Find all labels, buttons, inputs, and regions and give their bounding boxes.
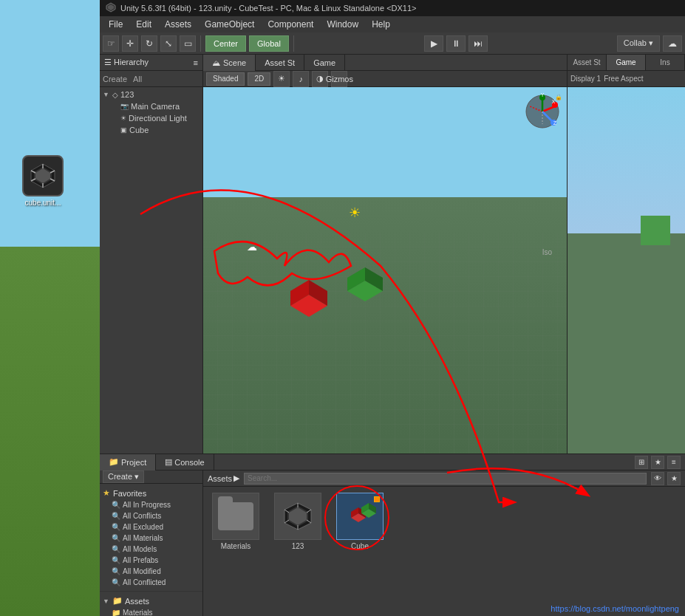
center-panel: ⛰ Scene Asset St Game Shaded 2D ☀ ♪ ◑	[203, 55, 567, 454]
menu-edit[interactable]: Edit	[130, 18, 157, 31]
assets-view-icons: 👁 ★	[651, 472, 681, 485]
play-button[interactable]: ▶	[424, 35, 443, 52]
scene-name: 123	[120, 90, 134, 99]
project-star-icon[interactable]: ★	[651, 456, 664, 469]
scene-3d-view: Iso ☀ ☁	[203, 87, 567, 454]
project-tab[interactable]: 📁 Project	[100, 454, 156, 470]
game-sky	[568, 87, 685, 233]
asset-materials[interactable]: Materials	[209, 493, 262, 550]
hierarchy-content: ▼ ◇ 123 📷 Main Camera ☀ Directional Ligh…	[100, 87, 202, 454]
asset-store-panel-tab[interactable]: Asset St	[568, 55, 607, 70]
fav-all-conflicts[interactable]: 🔍 All Conflicts	[100, 510, 202, 521]
menu-file[interactable]: File	[103, 18, 129, 31]
menu-help[interactable]: Help	[366, 18, 396, 31]
fav-all-prefabs[interactable]: 🔍 All Prefabs	[100, 555, 202, 566]
unity-scene-icon: ◇	[112, 91, 118, 99]
sun-icon: ☀	[349, 205, 364, 219]
assets-label: Assets	[125, 597, 149, 606]
move-tool-button[interactable]: ✛	[122, 35, 138, 52]
audio-toggle[interactable]: ♪	[293, 71, 309, 87]
rect-tool-button[interactable]: ▭	[180, 35, 196, 52]
assets-path-label[interactable]: Assets	[208, 474, 232, 483]
main-toolbar: ☞ ✛ ↻ ⤡ ▭ Center Global ▶ ⏸ ⏭ Collab ▾ ☁	[100, 32, 685, 55]
folder-small-icon: 📁	[109, 457, 119, 467]
materials-label: Materials	[221, 542, 251, 550]
asset-123-scene[interactable]: 123	[271, 493, 324, 550]
lighting-toggle[interactable]: ☀	[273, 71, 290, 87]
menu-gameobject[interactable]: GameObject	[199, 18, 260, 31]
assets-tree-header[interactable]: ▼ 📁 Assets	[100, 595, 202, 607]
hierarchy-item-main-camera[interactable]: 📷 Main Camera	[100, 100, 202, 112]
scene-collapse-icon[interactable]: ▼	[103, 91, 109, 98]
svg-text:Z: Z	[553, 120, 557, 126]
pivot-button[interactable]: Center	[205, 35, 246, 52]
folder-shape	[218, 502, 253, 530]
project-create-btn[interactable]: Create ▾	[103, 470, 144, 483]
project-collapse-icon[interactable]: ⊞	[635, 456, 648, 469]
asset-cube[interactable]: Cube	[333, 493, 386, 550]
assets-star-icon[interactable]: ★	[667, 472, 681, 485]
desktop-cube-icon[interactable]: cube.unit...	[13, 155, 72, 207]
assets-materials-item[interactable]: 📁 Materials	[100, 607, 202, 616]
hierarchy-item-directional-light[interactable]: ☀ Directional Light	[100, 112, 202, 124]
menu-component[interactable]: Component	[262, 18, 319, 31]
unity-window: Unity 5.6.3f1 (64bit) - 123.unity - Cube…	[100, 0, 685, 616]
camera-icon: 📷	[120, 103, 129, 110]
step-button[interactable]: ⏭	[468, 35, 488, 52]
conflicted-label: All Conflicted	[123, 578, 166, 586]
hierarchy-options-icon[interactable]: ≡	[194, 58, 198, 67]
collab-button[interactable]: Collab ▾	[617, 35, 660, 52]
hand-tool-button[interactable]: ☞	[103, 35, 119, 52]
fav-all-in-progress[interactable]: 🔍 All In Progress	[100, 499, 202, 510]
game-viewport	[568, 87, 685, 454]
light-icon: ☀	[120, 114, 126, 122]
project-menu-icon[interactable]: ≡	[667, 456, 681, 469]
fav-all-conflicted[interactable]: 🔍 All Conflicted	[100, 577, 202, 588]
hierarchy-create-btn[interactable]: Create	[103, 75, 127, 83]
favorites-header[interactable]: ★ Favorites	[100, 487, 202, 499]
hierarchy-all-btn[interactable]: All	[133, 75, 142, 83]
cloud-button[interactable]: ☁	[663, 35, 682, 52]
display-label[interactable]: Display 1	[570, 75, 601, 83]
fav-all-modified[interactable]: 🔍 All Modified	[100, 566, 202, 577]
game-tab-label: Game	[313, 58, 335, 67]
console-icon: ▤	[165, 457, 172, 467]
asset-store-tab-label: Asset St	[265, 58, 295, 67]
inspector-panel-tab[interactable]: Ins	[646, 55, 685, 70]
scale-tool-button[interactable]: ⤡	[160, 35, 177, 52]
svg-text:Y: Y	[541, 93, 545, 97]
game-panel-tab[interactable]: Game	[607, 55, 646, 70]
assets-grid-toolbar: Assets ▶ 👁 ★	[203, 470, 685, 487]
shading-dropdown[interactable]: Shaded	[206, 72, 245, 86]
fav-all-models[interactable]: 🔍 All Models	[100, 544, 202, 555]
assets-collapse-icon[interactable]: ▼	[103, 598, 109, 605]
aspect-label[interactable]: Free Aspect	[604, 75, 643, 83]
scene-gizmo: X Y Z 🔒	[524, 93, 561, 130]
hierarchy-toolbar: Create All	[100, 71, 202, 87]
game-ground	[568, 233, 685, 454]
assets-search-input[interactable]	[244, 473, 647, 485]
game-tab[interactable]: Game	[304, 55, 345, 71]
scene-tab[interactable]: ⛰ Scene	[203, 55, 256, 71]
coord-button[interactable]: Global	[249, 35, 289, 52]
hierarchy-item-cube[interactable]: ▣ Cube	[100, 124, 202, 136]
gizmos-button[interactable]: Gizmos	[331, 71, 347, 87]
scene-viewport[interactable]: Iso ☀ ☁	[203, 87, 567, 454]
fav-all-materials[interactable]: 🔍 All Materials	[100, 533, 202, 544]
toolbar-separator-1	[200, 35, 201, 52]
cube-asset-label: Cube	[351, 542, 369, 550]
console-tab[interactable]: ▤ Console	[156, 454, 214, 470]
fav-all-excluded[interactable]: 🔍 All Excluded	[100, 521, 202, 533]
desktop-background	[0, 0, 100, 616]
assets-eye-icon[interactable]: 👁	[651, 472, 664, 485]
search-icon-4: 🔍	[112, 534, 120, 542]
rotate-tool-button[interactable]: ↻	[141, 35, 157, 52]
menu-window[interactable]: Window	[321, 18, 364, 31]
2d-toggle[interactable]: 2D	[248, 72, 270, 86]
unity-title-icon	[106, 2, 116, 14]
hierarchy-header: ☰ Hierarchy ≡	[100, 55, 202, 71]
menu-assets[interactable]: Assets	[159, 18, 197, 31]
url-bar: https://blog.csdn.net/moonlightpeng	[551, 604, 679, 613]
pause-button[interactable]: ⏸	[446, 35, 466, 52]
asset-store-tab[interactable]: Asset St	[256, 55, 304, 71]
